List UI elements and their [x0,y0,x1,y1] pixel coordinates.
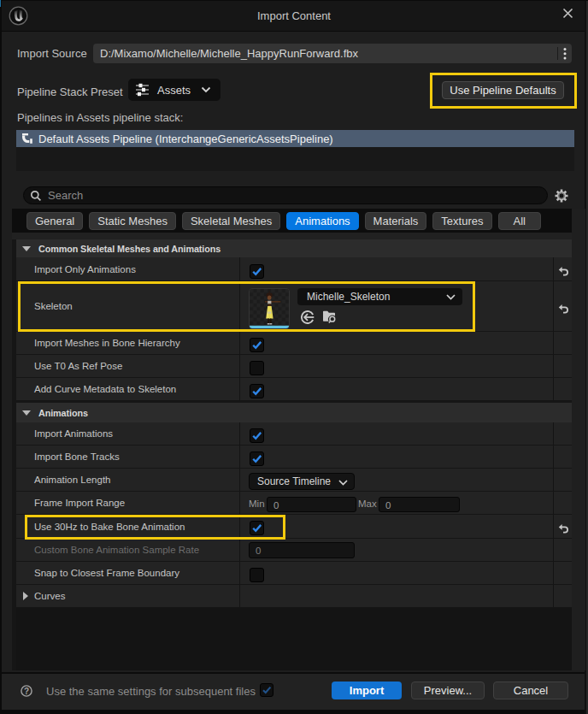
svg-text:?: ? [24,687,29,696]
